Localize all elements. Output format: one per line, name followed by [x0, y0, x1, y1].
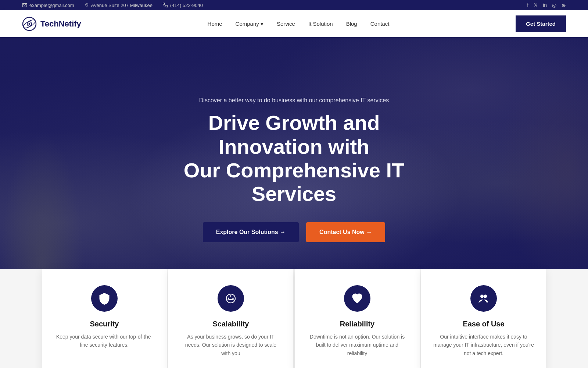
social-instagram[interactable]: ◎	[552, 2, 556, 8]
feature-card-security: Security Keep your data secure with our …	[42, 269, 167, 368]
hero-section: Discover a better way to do business wit…	[0, 37, 588, 302]
feature-card-ease: Ease of Use Our intuitive interface make…	[421, 269, 546, 368]
feature-desc-ease: Our intuitive interface makes it easy to…	[433, 333, 534, 357]
social-linkedin[interactable]: in	[543, 2, 547, 8]
feature-title-security: Security	[54, 320, 155, 328]
email-icon	[22, 3, 27, 8]
feature-desc-scalability: As your business grows, so do your IT ne…	[180, 333, 282, 357]
dropdown-arrow-icon: ▾	[261, 21, 263, 27]
hero-title: Drive Growth and Innovation with Our Com…	[162, 111, 426, 206]
social-facebook[interactable]: f	[527, 2, 528, 8]
topbar-address: Avenue Suite 207 Milwaukee	[85, 3, 153, 8]
social-twitter[interactable]: 𝕏	[534, 2, 538, 8]
svg-point-4	[29, 23, 31, 25]
social-discord[interactable]: ⊕	[562, 2, 566, 8]
svg-point-10	[484, 295, 487, 298]
logo-text: TechNetify	[40, 19, 81, 29]
feature-title-ease: Ease of Use	[433, 320, 534, 328]
nav-service[interactable]: Service	[277, 21, 295, 27]
feature-title-scalability: Scalability	[180, 320, 282, 328]
features-section: Security Keep your data secure with our …	[0, 269, 588, 368]
nav-links: Home Company ▾ Service It Solution Blog …	[208, 21, 390, 27]
nav-contact[interactable]: Contact	[370, 21, 390, 27]
logo: TechNetify	[22, 17, 81, 31]
feature-card-reliability: Reliability Downtime is not an option. O…	[295, 269, 420, 368]
nav-home[interactable]: Home	[208, 21, 222, 27]
phone-icon	[163, 3, 168, 8]
feature-desc-reliability: Downtime is not an option. Our solution …	[306, 333, 408, 357]
svg-point-11	[486, 301, 487, 302]
get-started-button[interactable]: Get Started	[516, 15, 566, 32]
logo-icon	[22, 17, 37, 31]
contact-us-button[interactable]: Contact Us Now →	[306, 222, 385, 242]
nav-company[interactable]: Company ▾	[236, 21, 263, 27]
feature-desc-security: Keep your data secure with our top-of-th…	[54, 333, 155, 349]
navbar: TechNetify Home Company ▾ Service It Sol…	[0, 10, 588, 37]
topbar-email: example@gmail.com	[22, 3, 74, 8]
feature-card-scalability: Scalability As your business grows, so d…	[168, 269, 293, 368]
topbar-social: f 𝕏 in ◎ ⊕	[527, 2, 566, 8]
svg-point-1	[86, 4, 87, 5]
users-icon	[470, 285, 497, 312]
nav-blog[interactable]: Blog	[346, 21, 357, 27]
topbar: example@gmail.com Avenue Suite 207 Milwa…	[0, 0, 588, 10]
hero-buttons: Explore Our Solutions → Contact Us Now →	[162, 222, 426, 242]
heart-icon	[344, 285, 370, 312]
topbar-contact-info: example@gmail.com Avenue Suite 207 Milwa…	[22, 3, 203, 8]
scale-icon	[218, 285, 244, 312]
nav-it-solution[interactable]: It Solution	[308, 21, 333, 27]
hero-content: Discover a better way to do business wit…	[154, 97, 434, 242]
explore-solutions-button[interactable]: Explore Our Solutions →	[203, 222, 299, 242]
feature-title-reliability: Reliability	[306, 320, 408, 328]
topbar-phone: (414) 522-9040	[163, 3, 203, 8]
svg-point-9	[480, 295, 484, 298]
location-icon	[85, 3, 89, 8]
hero-subtitle: Discover a better way to do business wit…	[162, 97, 426, 104]
hero-deco-right	[485, 37, 588, 302]
shield-icon	[91, 285, 118, 312]
